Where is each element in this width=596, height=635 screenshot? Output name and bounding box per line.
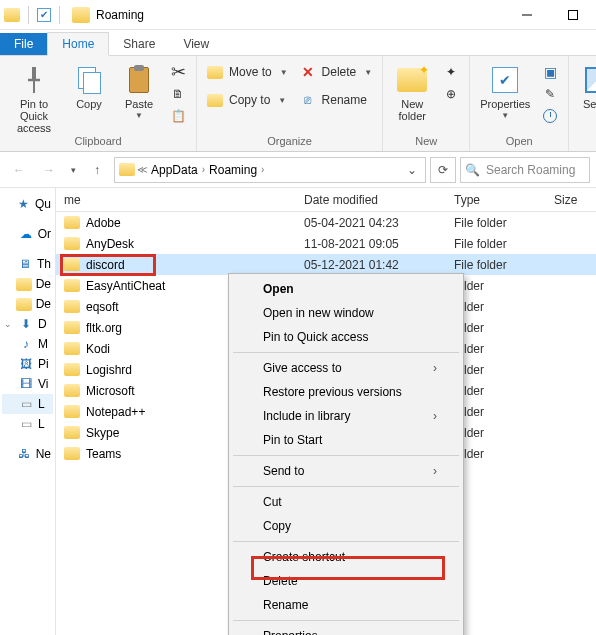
forward-button[interactable]: → bbox=[36, 157, 62, 183]
breadcrumb-roaming[interactable]: Roaming bbox=[207, 163, 259, 177]
tab-share[interactable]: Share bbox=[109, 33, 169, 55]
up-button[interactable]: ↑ bbox=[84, 157, 110, 183]
search-input[interactable]: 🔍 Search Roaming bbox=[460, 157, 590, 183]
sidebar-item-music[interactable]: ♪M bbox=[2, 334, 53, 354]
sidebar-item-downloads[interactable]: ⌄⬇D bbox=[2, 314, 53, 334]
navigation-bar: ← → ▾ ↑ ≪ AppData › Roaming › ⌄ ⟳ 🔍 Sear… bbox=[0, 152, 596, 188]
folder-icon bbox=[72, 7, 90, 23]
file-name: Microsoft bbox=[86, 384, 135, 398]
menu-send-to[interactable]: Send to bbox=[231, 459, 461, 483]
rename-button[interactable]: ⎚ Rename bbox=[296, 90, 377, 110]
folder-icon bbox=[64, 216, 80, 229]
svg-rect-1 bbox=[569, 10, 578, 19]
paste-shortcut-button[interactable]: 📋 bbox=[166, 106, 190, 126]
folder-icon bbox=[64, 300, 80, 313]
delete-icon: ✕ bbox=[300, 64, 316, 80]
file-name: AnyDesk bbox=[86, 237, 134, 251]
table-row[interactable]: discord05-12-2021 01:42File folder bbox=[56, 254, 596, 275]
copy-path-button[interactable]: 🗎 bbox=[166, 84, 190, 104]
menu-open-new-window[interactable]: Open in new window bbox=[231, 301, 461, 325]
menu-restore-previous[interactable]: Restore previous versions bbox=[231, 380, 461, 404]
qat-properties-icon[interactable]: ✔ bbox=[37, 8, 51, 22]
ribbon-tabs: File Home Share View bbox=[0, 30, 596, 56]
delete-button[interactable]: ✕ Delete▼ bbox=[296, 62, 377, 82]
minimize-button[interactable] bbox=[504, 0, 550, 30]
new-folder-button[interactable]: New folder bbox=[389, 62, 435, 122]
tab-file[interactable]: File bbox=[0, 33, 47, 55]
menu-delete[interactable]: Delete bbox=[231, 569, 461, 593]
file-name: Logishrd bbox=[86, 363, 132, 377]
open-button[interactable]: ▣ bbox=[538, 62, 562, 82]
sidebar-item-folder[interactable]: De bbox=[2, 274, 53, 294]
menu-copy[interactable]: Copy bbox=[231, 514, 461, 538]
menu-pin-to-start[interactable]: Pin to Start bbox=[231, 428, 461, 452]
file-name: discord bbox=[86, 258, 125, 272]
new-item-button[interactable]: ✦ bbox=[439, 62, 463, 82]
tab-home[interactable]: Home bbox=[47, 32, 109, 56]
pin-to-quick-access-button[interactable]: Pin to Quick access bbox=[6, 62, 62, 134]
sidebar-item-drive[interactable]: ▭L bbox=[2, 394, 53, 414]
refresh-button[interactable]: ⟳ bbox=[430, 157, 456, 183]
menu-properties[interactable]: Properties bbox=[231, 624, 461, 635]
menu-include-in-library[interactable]: Include in library bbox=[231, 404, 461, 428]
app-icon[interactable] bbox=[4, 8, 20, 22]
recent-locations-button[interactable]: ▾ bbox=[66, 157, 80, 183]
menu-give-access-to[interactable]: Give access to bbox=[231, 356, 461, 380]
column-date-modified[interactable]: Date modified bbox=[296, 188, 446, 211]
edit-button[interactable]: ✎ bbox=[538, 84, 562, 104]
sidebar-item-quick-access[interactable]: ★Qu bbox=[2, 194, 53, 214]
maximize-button[interactable] bbox=[550, 0, 596, 30]
column-name[interactable]: me bbox=[56, 188, 296, 211]
easy-access-button[interactable]: ⊕ bbox=[439, 84, 463, 104]
cut-button[interactable]: ✂ bbox=[166, 62, 190, 82]
sidebar-item-pictures[interactable]: 🖼Pi bbox=[2, 354, 53, 374]
sidebar-item-drive[interactable]: ▭L bbox=[2, 414, 53, 434]
folder-icon bbox=[64, 342, 80, 355]
edit-icon: ✎ bbox=[542, 86, 558, 102]
select-button[interactable]: Select ▼ bbox=[575, 62, 596, 121]
navigation-pane[interactable]: ★Qu ☁Or 🖥Th De De ⌄⬇D ♪M 🖼Pi 🎞Vi ▭L ▭L 🖧… bbox=[0, 188, 56, 635]
back-button[interactable]: ← bbox=[6, 157, 32, 183]
column-type[interactable]: Type bbox=[446, 188, 546, 211]
copy-path-icon: 🗎 bbox=[170, 86, 186, 102]
menu-cut[interactable]: Cut bbox=[231, 490, 461, 514]
file-date: 05-04-2021 04:23 bbox=[296, 216, 446, 230]
address-dropdown[interactable]: ⌄ bbox=[403, 163, 421, 177]
sidebar-item-thispc[interactable]: 🖥Th bbox=[2, 254, 53, 274]
easy-access-icon: ⊕ bbox=[443, 86, 459, 102]
menu-open[interactable]: Open bbox=[231, 277, 461, 301]
window-title: Roaming bbox=[96, 8, 152, 22]
table-row[interactable]: AnyDesk11-08-2021 09:05File folder bbox=[56, 233, 596, 254]
move-to-icon bbox=[207, 64, 223, 80]
sidebar-item-onedrive[interactable]: ☁Or bbox=[2, 224, 53, 244]
chevron-right-icon[interactable]: › bbox=[261, 164, 264, 175]
sidebar-item-folder[interactable]: De bbox=[2, 294, 53, 314]
table-row[interactable]: Adobe05-04-2021 04:23File folder bbox=[56, 212, 596, 233]
column-size[interactable]: Size bbox=[546, 188, 596, 211]
file-name: Teams bbox=[86, 447, 121, 461]
group-new: New folder ✦ ⊕ New bbox=[383, 56, 470, 151]
breadcrumb-appdata[interactable]: AppData bbox=[149, 163, 200, 177]
sidebar-item-videos[interactable]: 🎞Vi bbox=[2, 374, 53, 394]
menu-create-shortcut[interactable]: Create shortcut bbox=[231, 545, 461, 569]
file-name: eqsoft bbox=[86, 300, 119, 314]
file-type: File folder bbox=[446, 258, 546, 272]
tab-view[interactable]: View bbox=[169, 33, 223, 55]
copy-button[interactable]: Copy bbox=[66, 62, 112, 110]
chevron-right-icon[interactable]: ≪ bbox=[137, 164, 147, 175]
sidebar-item-network[interactable]: 🖧Ne bbox=[2, 444, 53, 464]
column-headers: me Date modified Type Size bbox=[56, 188, 596, 212]
paste-button[interactable]: Paste ▼ bbox=[116, 62, 162, 121]
chevron-right-icon[interactable]: › bbox=[202, 164, 205, 175]
address-bar[interactable]: ≪ AppData › Roaming › ⌄ bbox=[114, 157, 426, 183]
file-name: Notepad++ bbox=[86, 405, 145, 419]
folder-icon bbox=[64, 363, 80, 376]
properties-button[interactable]: Properties ▼ bbox=[476, 62, 534, 121]
move-to-button[interactable]: Move to▼ bbox=[203, 62, 292, 82]
copy-to-button[interactable]: Copy to▼ bbox=[203, 90, 292, 110]
menu-rename[interactable]: Rename bbox=[231, 593, 461, 617]
file-name: fltk.org bbox=[86, 321, 122, 335]
menu-pin-quick-access[interactable]: Pin to Quick access bbox=[231, 325, 461, 349]
history-button[interactable] bbox=[538, 106, 562, 126]
open-icon: ▣ bbox=[542, 64, 558, 80]
